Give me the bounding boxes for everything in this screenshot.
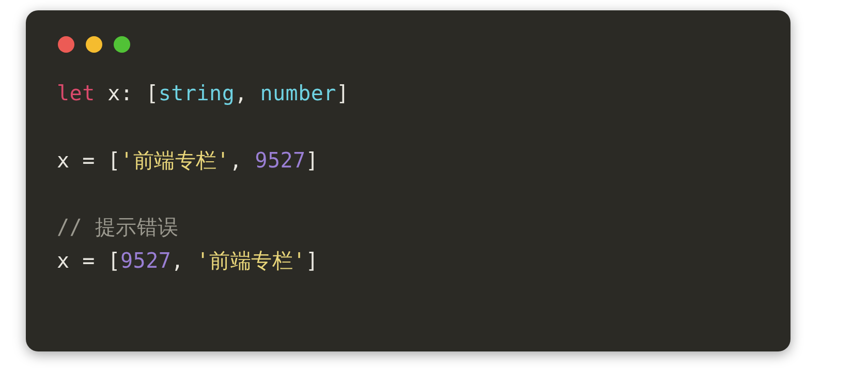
variable-x: x [107, 81, 120, 105]
bracket-open: [ [146, 81, 159, 105]
bracket-open: [ [107, 148, 120, 172]
equals: = [82, 148, 95, 172]
code-block: let x: [string, number] x = ['前端专栏', 952… [57, 76, 760, 278]
string-literal: '前端专栏' [196, 249, 305, 272]
type-string: string [159, 81, 235, 105]
number-literal: 9527 [255, 148, 305, 172]
comment: // 提示错误 [57, 215, 179, 239]
colon: : [120, 81, 133, 105]
type-number: number [260, 81, 336, 105]
maximize-icon [114, 36, 130, 53]
bracket-close: ] [336, 81, 349, 105]
comma: , [229, 148, 242, 172]
code-card: let x: [string, number] x = ['前端专栏', 952… [26, 10, 791, 351]
comma: , [235, 81, 247, 105]
bracket-open: [ [107, 249, 120, 272]
string-literal: '前端专栏' [120, 148, 229, 172]
window-traffic-lights [58, 36, 760, 53]
equals: = [82, 249, 95, 272]
comma: , [171, 249, 184, 272]
variable-x: x [57, 249, 70, 272]
bracket-close: ] [306, 148, 319, 172]
keyword-let: let [57, 81, 95, 105]
bracket-close: ] [306, 249, 319, 272]
minimize-icon [86, 36, 102, 53]
number-literal: 9527 [120, 249, 171, 272]
variable-x: x [57, 148, 70, 172]
close-icon [58, 36, 74, 53]
